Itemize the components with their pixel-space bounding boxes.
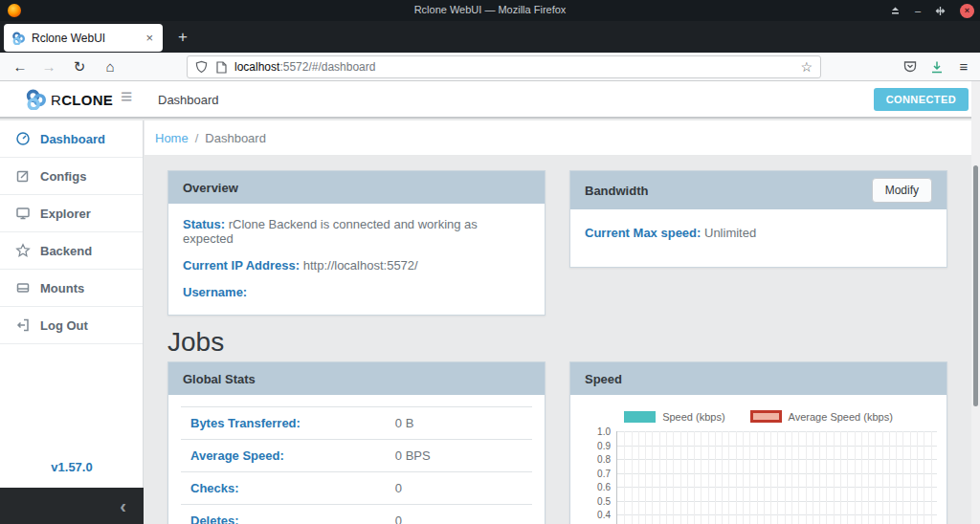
- speed-swatch: [624, 411, 656, 423]
- breadcrumb-home-link[interactable]: Home: [155, 131, 189, 145]
- sidebar-item-label: Configs: [40, 169, 86, 184]
- max-speed-row: Current Max speed: Unlimited: [570, 209, 947, 256]
- sidebar-item-label: Dashboard: [40, 132, 105, 146]
- sidebar-item-label: Explorer: [40, 207, 91, 221]
- stat-row-checks: Checks:0: [181, 471, 532, 504]
- bandwidth-card: Bandwidth Modify Current Max speed: Unli…: [569, 170, 947, 268]
- sidebar-item-configs[interactable]: Configs: [0, 158, 143, 195]
- sidebar-item-label: Log Out: [40, 318, 88, 333]
- drive-icon: [15, 280, 31, 295]
- gauge-icon: [15, 131, 31, 146]
- scrollbar-thumb[interactable]: [973, 165, 978, 406]
- global-stats-card: Global Stats Bytes Transferred:0 B Avera…: [167, 361, 546, 524]
- close-tab-icon[interactable]: ×: [144, 31, 155, 45]
- breadcrumb: Home / Dashboard: [145, 120, 980, 155]
- chart-legend: Speed (kbps) Average Speed (kbps): [570, 410, 947, 423]
- ip-address-row: Current IP Address: http://localhost:557…: [183, 258, 530, 273]
- star-icon: [15, 243, 31, 258]
- breadcrumb-current: Dashboard: [205, 131, 266, 145]
- max-speed-value: Unlimited: [704, 226, 756, 240]
- browser-tab[interactable]: Rclone WebUI ×: [4, 24, 163, 52]
- rclone-favicon: [11, 32, 25, 45]
- page-info-icon[interactable]: [216, 61, 227, 74]
- back-icon[interactable]: ←: [8, 53, 33, 80]
- sidebar-item-dashboard[interactable]: Dashboard: [0, 120, 143, 158]
- reload-icon[interactable]: ↻: [67, 53, 92, 80]
- sidebar-item-mounts[interactable]: Mounts: [0, 270, 143, 307]
- close-window-icon[interactable]: ×: [960, 4, 974, 18]
- username-label: Username:: [183, 285, 247, 299]
- brand-text: RCLONE: [51, 92, 113, 108]
- downloads-icon[interactable]: [924, 53, 949, 80]
- speed-card-title: Speed: [585, 372, 622, 386]
- chevron-left-icon: ‹: [120, 496, 126, 515]
- bookmark-star-icon[interactable]: ☆: [800, 59, 813, 75]
- speed-card: Speed Speed (kbps) Average Speed (kbps) …: [569, 361, 947, 524]
- scrollbar-track[interactable]: [971, 81, 980, 524]
- stat-row-deletes: Deletes:0: [181, 504, 532, 524]
- app-header: RCLONE ≡ Dashboard CONNECTED: [0, 81, 980, 119]
- checks-value: 0: [395, 481, 402, 495]
- overview-card-header: Overview: [168, 171, 545, 204]
- sidebar-item-backend[interactable]: Backend: [0, 232, 143, 270]
- checks-label: Checks:: [181, 481, 395, 495]
- window-controls: – ×: [890, 0, 974, 21]
- shade-window-icon[interactable]: [890, 6, 901, 16]
- status-value: rClone Backend is connected and working …: [183, 217, 478, 246]
- overview-card: Overview Status: rClone Backend is conne…: [167, 170, 546, 316]
- ip-value: http://localhost:5572/: [303, 258, 418, 273]
- stat-row-avg-speed: Average Speed:0 BPS: [181, 439, 532, 471]
- rclone-logo-icon: [25, 89, 46, 110]
- edit-square-icon: [15, 168, 31, 184]
- logout-icon: [15, 317, 31, 333]
- url-bar[interactable]: localhost:5572/#/dashboard ☆: [187, 55, 821, 78]
- menu-icon[interactable]: ≡: [951, 53, 976, 80]
- new-tab-button[interactable]: +: [170, 25, 195, 50]
- modify-button[interactable]: Modify: [872, 178, 932, 203]
- pocket-icon[interactable]: [898, 53, 923, 80]
- sidebar-toggle-icon[interactable]: ≡: [121, 85, 132, 108]
- forward-icon[interactable]: →: [36, 53, 61, 80]
- rclone-logo: RCLONE: [25, 89, 113, 110]
- window-title: Rclone WebUI — Mozilla Firefox: [0, 4, 980, 15]
- bytes-value: 0 B: [395, 416, 414, 430]
- sidebar-item-label: Backend: [40, 244, 92, 258]
- speed-chart-plot: [616, 431, 937, 524]
- tab-bar: Rclone WebUI × +: [0, 21, 980, 53]
- url-text[interactable]: localhost:5572/#/dashboard: [234, 60, 800, 74]
- ip-label: Current IP Address:: [183, 258, 300, 273]
- stat-row-bytes: Bytes Transferred:0 B: [181, 406, 532, 439]
- legend-speed[interactable]: Speed (kbps): [624, 410, 724, 423]
- status-row: Status: rClone Backend is connected and …: [183, 217, 530, 246]
- sidebar: Dashboard Configs Explorer Backend Mount…: [0, 120, 144, 524]
- username-row: Username:: [183, 285, 530, 299]
- browser-toolbar: ← → ↻ ⌂ localhost:5572/#/dashboard ☆ ≡: [0, 53, 980, 81]
- avg-speed-value: 0 BPS: [395, 448, 431, 463]
- legend-average-speed[interactable]: Average Speed (kbps): [750, 410, 893, 423]
- sidebar-item-logout[interactable]: Log Out: [0, 307, 143, 344]
- breadcrumb-separator: /: [195, 131, 199, 145]
- speed-chart-yaxis: 1.00.90.80.70.60.50.4: [582, 431, 611, 524]
- bandwidth-card-title: Bandwidth: [585, 184, 648, 198]
- url-path: :5572/#/dashboard: [279, 60, 375, 74]
- deletes-value: 0: [395, 513, 402, 524]
- maximize-window-icon[interactable]: [935, 6, 946, 16]
- tab-title: Rclone WebUI: [32, 32, 144, 45]
- page-title: Dashboard: [158, 93, 219, 107]
- global-stats-title: Global Stats: [183, 372, 256, 386]
- connected-status-button[interactable]: CONNECTED: [874, 88, 969, 111]
- home-icon[interactable]: ⌂: [98, 53, 122, 80]
- bandwidth-card-header: Bandwidth Modify: [570, 171, 947, 209]
- avg-speed-label: Average Speed:: [181, 448, 395, 463]
- shield-icon[interactable]: [195, 60, 208, 74]
- sidebar-item-label: Mounts: [40, 281, 84, 295]
- monitor-icon: [15, 206, 31, 221]
- minimize-window-icon[interactable]: –: [915, 6, 921, 16]
- max-speed-label: Current Max speed:: [585, 226, 701, 240]
- sidebar-collapse-bar[interactable]: ‹: [0, 488, 144, 524]
- status-label: Status:: [183, 217, 225, 231]
- sidebar-item-explorer[interactable]: Explorer: [0, 195, 143, 232]
- legend-speed-label: Speed (kbps): [662, 411, 724, 423]
- url-host: localhost: [234, 60, 279, 74]
- legend-average-speed-label: Average Speed (kbps): [789, 411, 893, 423]
